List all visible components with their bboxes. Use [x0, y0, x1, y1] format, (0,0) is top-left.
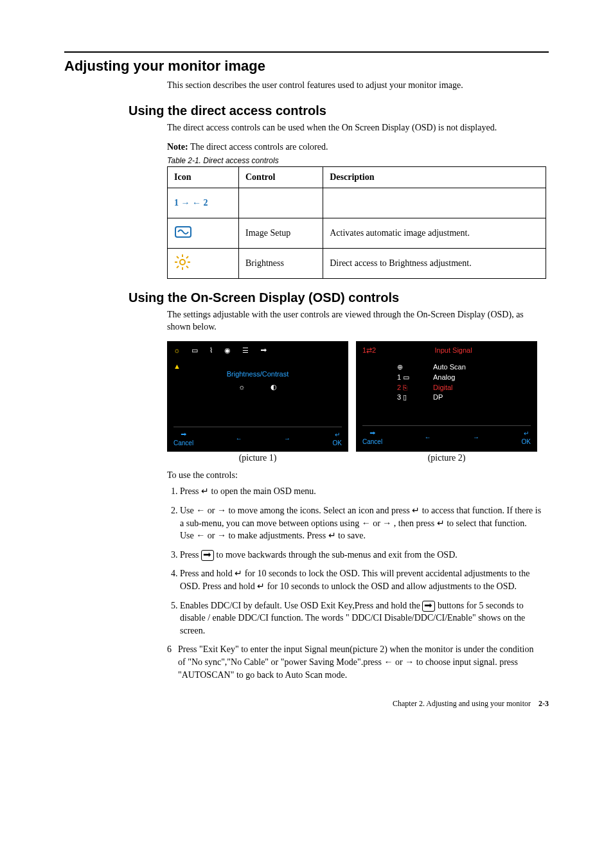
left-arrow-icon: ← [196, 530, 205, 540]
left-arrow-icon: ← [196, 505, 205, 515]
input-change-icon: 1 → ← 2 [168, 188, 239, 218]
direct-access-table: Icon Control Description 1 → ← 2 Image S… [167, 166, 546, 279]
cell-description [323, 188, 546, 218]
osd-panel-2: 1⇄2 Input Signal ⊕ Auto Scan 1 ▭ Analog … [356, 341, 537, 452]
osd1-bottom-bar: ⮕ Cancel ← → ↵ OK [173, 427, 342, 447]
cell-control [239, 188, 323, 218]
svg-point-1 [180, 260, 185, 265]
osd1-body: ▲ Brightness/Contrast ☼ ◐ [173, 359, 342, 421]
sun-small-icon: ☼ [238, 383, 245, 391]
svg-line-9 [177, 266, 179, 268]
enter-icon: ↵ [335, 431, 340, 438]
right-arrow-icon: → [217, 505, 226, 515]
th-control: Control [239, 166, 323, 188]
osd2-bottom-bar: ⮕ Cancel ← → ↵ OK [362, 425, 531, 445]
svg-line-8 [186, 256, 188, 258]
osd1-top-icons: ☼ ▭ ⌇ ◉ ☰ ⮕ [173, 346, 342, 359]
osd2-header: 1⇄2 Input Signal [362, 346, 531, 355]
step-2: Use ← or → to move among the icons. Sele… [180, 504, 549, 542]
left-arrow-icon: ← [384, 657, 393, 667]
osd2-label: Analog [433, 373, 455, 381]
osd2-idx: 3 ▯ [397, 393, 424, 402]
right-arrow-icon: → [382, 518, 391, 528]
to-use-label: To use the controls: [167, 470, 549, 482]
direct-access-intro: The direct access controls can be used w… [167, 122, 549, 134]
exit-icon: ⮕ [260, 346, 267, 354]
monitor-icon: ▭ [191, 346, 198, 355]
osd-intro: The settings adjustable with the user co… [167, 309, 549, 333]
footer-page-number: 2-3 [538, 699, 549, 708]
osd2-label: Auto Scan [433, 363, 466, 371]
steps-list: Press ↵ to open the main OSD menu. Use ←… [167, 485, 549, 637]
enter-icon: ↵ [437, 518, 445, 528]
osd2-cancel-label: Cancel [362, 438, 382, 445]
brightness-icon [168, 248, 239, 278]
note-body: The direct access controls are colored. [190, 142, 328, 152]
page-footer: Chapter 2. Adjusting and using your moni… [64, 699, 549, 709]
heading-1: Adjusting your monitor image [64, 58, 549, 75]
step-6: 6 Press "Exit Key" to enter the input Si… [167, 643, 542, 681]
osd2-list: ⊕ Auto Scan 1 ▭ Analog 2 ⎘ Digital 3 ▯ D… [362, 357, 531, 420]
menu-icon: ☰ [242, 346, 249, 355]
osd2-ok-label: OK [522, 438, 531, 445]
osd-captions: (picture 1) (picture 2) [167, 453, 549, 463]
osd2-title: Input Signal [435, 346, 472, 355]
osd1-ok-label: OK [333, 439, 342, 447]
wave-icon: ⌇ [209, 346, 213, 355]
right-arrow-icon: → [284, 435, 290, 442]
heading-osd: Using the On-Screen Display (OSD) contro… [129, 290, 549, 305]
note: Note: The direct access controls are col… [167, 142, 549, 152]
table-row: Brightness Direct access to Brightness a… [168, 248, 546, 278]
right-arrow-icon: → [473, 434, 479, 441]
osd2-idx: 1 ▭ [397, 373, 424, 382]
step-4: Press and hold ↵ for 10 seconds to lock … [180, 567, 549, 592]
osd2-idx: 2 ⎘ [397, 384, 424, 391]
step-3: Press ⮕ to move backwards through the su… [180, 549, 549, 562]
right-arrow-icon: → [217, 530, 226, 540]
note-label: Note: [167, 142, 188, 152]
enter-icon: ↵ [328, 530, 336, 540]
table-row: Image Setup Activates automatic image ad… [168, 218, 546, 248]
table-caption: Table 2-1. Direct access controls [167, 156, 549, 165]
enter-icon: ↵ [524, 430, 529, 437]
step-1: Press ↵ to open the main OSD menu. [180, 485, 549, 498]
osd1-caption: (picture 1) [167, 453, 348, 463]
enter-icon: ↵ [412, 505, 420, 515]
cell-description: Activates automatic image adjustment. [323, 218, 546, 248]
page: Adjusting your monitor image This sectio… [0, 0, 613, 747]
exit-small-icon: ⮕ [369, 430, 376, 437]
osd1-cancel-label: Cancel [173, 439, 193, 447]
intro-paragraph: This section describes the user control … [167, 80, 549, 92]
exit-box-icon: ⮕ [201, 550, 214, 561]
osd1-cancel: ⮕ Cancel [173, 431, 193, 447]
osd1-ok: ↵ OK [333, 431, 342, 447]
left-arrow-icon: ← [425, 434, 431, 441]
table-header-row: Icon Control Description [168, 166, 546, 188]
sun-icon: ☼ [173, 346, 180, 354]
osd2-item-digital: 2 ⎘ Digital [397, 384, 531, 391]
right-arrow-icon: → [405, 657, 414, 667]
contrast-icon: ◐ [271, 383, 277, 391]
input-change-small-icon: 1⇄2 [362, 346, 376, 355]
osd2-cancel: ⮕ Cancel [362, 430, 382, 445]
osd-panel-1: ☼ ▭ ⌇ ◉ ☰ ⮕ ▲ Brightness/Contrast ☼ ◐ ⮕ … [167, 341, 348, 452]
osd2-label: Digital [433, 384, 453, 391]
osd2-item-dp: 3 ▯ DP [397, 393, 531, 402]
heading-direct-access: Using the direct access controls [129, 103, 549, 118]
osd2-caption: (picture 2) [356, 453, 537, 463]
osd2-item-analog: 1 ▭ Analog [397, 373, 531, 382]
image-setup-icon [168, 218, 239, 248]
th-icon: Icon [168, 166, 239, 188]
cell-control: Brightness [239, 248, 323, 278]
osd2-label: DP [433, 393, 443, 401]
enter-icon: ↵ [235, 568, 242, 578]
top-rule [64, 51, 549, 53]
exit-box-icon: ⮕ [422, 601, 435, 612]
exit-small-icon: ⮕ [181, 431, 187, 438]
color-icon: ◉ [224, 346, 231, 355]
svg-line-7 [186, 266, 188, 268]
table-row: 1 → ← 2 [168, 188, 546, 218]
osd1-title: Brightness/Contrast [173, 370, 342, 378]
osd-screenshots-row: ☼ ▭ ⌇ ◉ ☰ ⮕ ▲ Brightness/Contrast ☼ ◐ ⮕ … [167, 341, 549, 452]
cell-control: Image Setup [239, 218, 323, 248]
